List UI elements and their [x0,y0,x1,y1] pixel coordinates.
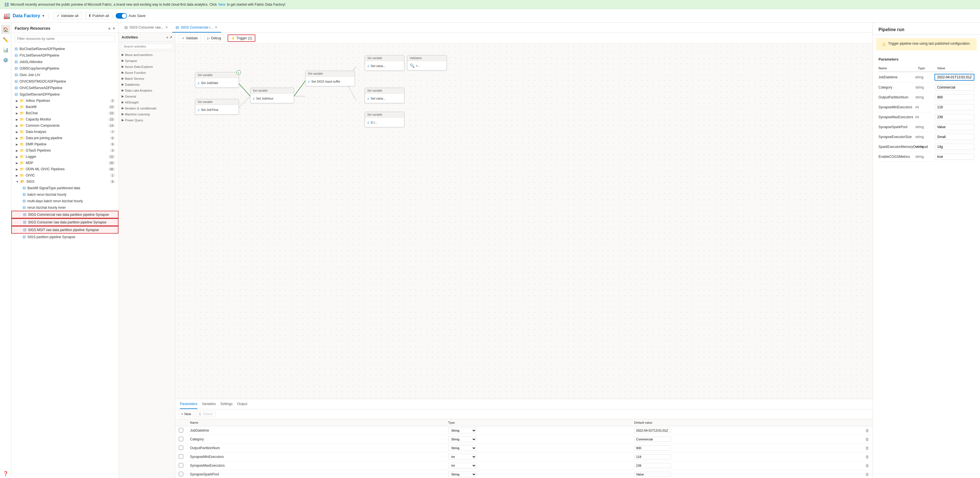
tree-item-sigsself[interactable]: ⊟ SigsSelfServeADFPipeline [11,91,118,97]
node-validation[interactable]: Validation 🔍 r... [407,55,447,70]
run-param-value-input[interactable] [935,104,975,110]
activity-group-databricks[interactable]: ▶ Databricks [119,81,175,87]
folder-gtaas[interactable]: ▶ 📁 GTaaS Pipelines 3 [11,147,118,154]
activity-group-batch[interactable]: ▶ Batch Service [119,75,175,81]
sigs-multi-days[interactable]: ⊟ multi-days batch rerun bizchat hourly [11,198,118,204]
node-set-jobtime[interactable]: Set variable 𝑥 Set JobTime [195,99,239,115]
node-set-jobdate[interactable]: Set variable 𝑥 Set JobDate ✓ [195,72,239,88]
param-value-input[interactable] [634,463,671,468]
activities-expand-icon[interactable]: ↗ [169,35,172,39]
run-param-value-input[interactable] [935,144,975,150]
folder-oivic[interactable]: ▶ 📁 OIVIC 1 [11,172,118,178]
tab-consumer[interactable]: ⊟ SIGS Consumer raw... ✕ [121,22,172,32]
param-type-select[interactable]: Int String Int Bool Float Array Object [448,463,476,468]
sigs-consumer[interactable]: ⊟ SIGS Consumer raw data partition pipel… [11,218,118,226]
tree-item-jobsla[interactable]: ⊟ JobSLAMonitor [11,59,118,65]
tab-close-commercial[interactable]: ✕ [214,25,218,29]
param-type-select[interactable]: String String Int Bool Float Array Objec… [448,472,476,477]
param-delete-button[interactable]: 🗑 [865,472,869,476]
tree-item-oivic-join[interactable]: ⊟ Oivic Join LIV [11,72,118,78]
param-value-input[interactable] [634,454,671,459]
sidebar-item-edit[interactable]: ✏️ [1,35,10,44]
folder-sigs[interactable]: ▼ 📂 SIGS 8 [11,178,118,185]
param-checkbox[interactable] [179,437,183,441]
brand-dropdown-icon[interactable]: ▾ [42,14,44,18]
param-type-select[interactable]: String String Int Bool Float Array Objec… [448,437,476,442]
node-set-var-bot[interactable]: Set variable 𝑥 S I... [365,112,404,127]
activity-group-ml[interactable]: ▶ Machine Learning [119,111,175,116]
run-param-value-input[interactable] [935,124,975,130]
node-set-var-mid[interactable]: Set variable 𝑥 Set varia... [365,88,404,103]
param-delete-button[interactable]: 🗑 [865,463,869,468]
folder-capacity[interactable]: ▶ 📁 Capacity Monitor 23 [11,116,118,123]
run-param-value-input[interactable] [935,114,975,120]
activity-group-power-query[interactable]: ▶ Power Query [119,116,175,123]
param-value-input[interactable] [634,446,671,451]
sidebar-item-home[interactable]: 🏠 [1,25,10,34]
param-value-input[interactable] [634,472,671,477]
tree-item-fvl[interactable]: ⊟ FVLSelfServeADFPipeline [11,52,118,59]
param-checkbox[interactable] [179,454,183,459]
activities-collapse-icon[interactable]: « [166,35,168,39]
sigs-rerun[interactable]: ⊟ rerun bizchat hourly inner [11,204,118,211]
tree-item-oivicmsit[interactable]: ⊟ OIVICMSITMGDCADFPipeline [11,78,118,84]
tree-item-o365[interactable]: ⊟ O365CopyServingPipeline [11,65,118,72]
run-param-value-input[interactable] [935,84,975,91]
sigs-batch-rerun[interactable]: ⊟ batch rerun bizchat hourly [11,191,118,198]
folder-odin[interactable]: ▶ 📁 ODIN ML OIVIC Pipelines 36 [11,166,118,172]
trigger-button[interactable]: ⚡ Trigger (1) [228,35,256,42]
tree-item-oivicself[interactable]: ⊟ OIVICSelfServeADFPipeline [11,84,118,91]
sidebar-item-monitor[interactable]: 📊 [1,45,10,54]
delete-parameter-button[interactable]: 🗑 Delete [196,411,215,417]
param-delete-button[interactable]: 🗑 [865,437,869,441]
tab-commercial[interactable]: ⊟ SIGS Commercial r... ✕ [172,22,221,32]
tab-close-consumer[interactable]: ✕ [165,25,168,29]
param-type-select[interactable]: Int String Int Bool Float Array Object [448,454,476,460]
activity-group-hdinsight[interactable]: ▶ HDInsight [119,99,175,105]
notification-link[interactable]: here [219,3,225,6]
bottom-tab-settings[interactable]: Settings [220,399,232,409]
auto-save-toggle[interactable] [116,13,127,19]
validate-button[interactable]: ✓ Validate [179,35,201,41]
param-value-input[interactable] [634,437,671,442]
param-checkbox[interactable] [179,446,183,450]
sigs-partition[interactable]: ⊟ SIGS partition pipeline Synapse [11,234,118,240]
folder-bizchat[interactable]: ▶ 📁 BizChat 23 [11,110,118,116]
activity-group-general[interactable]: ▶ General [119,93,175,99]
node-set-sigs-input[interactable]: Set variable 𝑥 Set SIGS Input suffix [305,71,355,86]
folder-data-pre[interactable]: ▶ 📁 Data pre-joining pipeline 6 [11,135,118,141]
folder-mdp[interactable]: ▶ 📁 MDP 20 [11,160,118,166]
activity-group-azure-function[interactable]: ▶ Azure Function [119,69,175,75]
debug-button[interactable]: ▷ Debug [204,35,224,41]
resources-search-input[interactable] [15,35,115,42]
sigs-commercial[interactable]: ⊟ SIGS Commercial raw data partition pip… [11,211,118,218]
pipeline-canvas[interactable]: Set variable 𝑥 Set JobDate ✓ Set variabl… [175,44,873,399]
param-checkbox[interactable] [179,428,183,432]
run-param-value-input[interactable] [934,74,975,81]
sidebar-item-manage[interactable]: ⚙️ [1,56,10,64]
run-param-value-input[interactable] [935,94,975,100]
param-delete-button[interactable]: 🗑 [865,454,869,459]
sigs-backfill[interactable]: ⊟ Backfill SignalType partitioned data [11,185,118,191]
folder-adhoc[interactable]: ▶ 📁 Adhoc Pipelines 2 [11,97,118,104]
new-parameter-button[interactable]: + New [179,411,194,417]
bottom-tab-parameters[interactable]: Parameters [180,399,197,409]
tree-item-bizchat[interactable]: ⊟ BizChatSelfServeADFPipeline [11,46,118,52]
node-set-var-top[interactable]: Set variable 𝑥 Set varia... [365,55,404,71]
node-set-jobhour[interactable]: Set variable 𝑥 Set JobHour [250,88,294,103]
activity-group-move[interactable]: ▶ Move and transform [119,51,175,57]
bottom-tab-output[interactable]: Output [237,399,247,409]
folder-logger[interactable]: ▶ 📁 Logger 22 [11,154,118,160]
activity-group-synapse[interactable]: ▶ Synapse [119,57,175,63]
folder-data-analysis[interactable]: ▶ 📁 Data Analysis 7 [11,129,118,135]
activity-group-datalake[interactable]: ▶ Data Lake Analytics [119,87,175,93]
param-delete-button[interactable]: 🗑 [865,446,869,450]
run-param-value-input[interactable] [935,134,975,140]
folder-dmr[interactable]: ▶ 📁 DMR Pipeline 9 [11,141,118,147]
param-checkbox[interactable] [179,472,183,476]
bottom-tab-variables[interactable]: Variables [202,399,216,409]
activity-group-azure-explorer[interactable]: ▶ Azure Data Explorer [119,63,175,69]
run-param-value-input[interactable] [935,154,975,160]
collapse-icon[interactable]: « [108,26,111,30]
sidebar-item-help[interactable]: ❓ [1,469,10,478]
